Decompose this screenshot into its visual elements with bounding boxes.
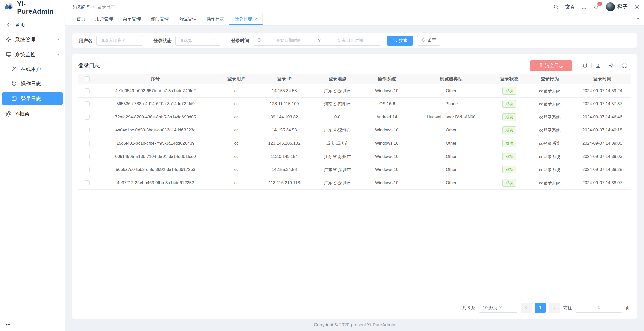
sidebar-item-system-management[interactable]: 系统管理 [0,32,65,47]
tab-user-management[interactable]: 用户管理 [90,13,118,25]
table-row[interactable]: 72afa294-8209-438e-8bb5-3a14dd690d05 cc … [78,111,631,124]
tab-menu-dropdown[interactable] [632,13,644,25]
fullscreen-icon[interactable] [581,4,587,10]
row-checkbox[interactable] [85,141,90,146]
chevron-up-icon [56,52,60,57]
search-form-card: 用户名 登录状态 请选择 登录时间 [72,33,637,48]
app-logo[interactable]: Yi-PureAdmin [0,0,65,15]
column-header-ip: 登录 IP [258,74,311,84]
row-checkbox[interactable] [85,115,90,120]
cell-os: Android 14 [364,111,409,124]
login-time-label: 登录时间 [231,38,249,44]
page-number-button[interactable]: 1 [535,303,546,313]
sidebar-item-yi-framework[interactable]: @ Yi框架 [0,106,65,121]
online-user-icon [11,66,17,72]
select-all-checkbox[interactable] [85,76,90,81]
avatar [606,2,615,11]
tab-home[interactable]: 首页 [72,13,90,25]
page-size-select[interactable]: 10条/页 [479,303,517,313]
cell-ip: 14.155.34.58 [258,124,311,137]
clear-log-button[interactable]: 清空日志 [530,60,572,71]
table-row[interactable]: 00914995-513b-7104-da91-3a14dd61fce0 cc … [78,150,631,163]
tab-menu-management[interactable]: 菜单管理 [118,13,146,25]
login-status-select[interactable]: 请选择 [175,36,220,46]
next-page-button[interactable] [549,303,560,313]
cell-id: 4e37ff12-2fc4-b463-0fbb-3a14dd612252 [96,176,215,189]
tab-login-log[interactable]: 登录日志 × [229,13,263,25]
row-checkbox[interactable] [85,128,90,133]
refresh-table-icon[interactable] [579,63,591,68]
goto-page-input[interactable] [576,303,622,313]
row-checkbox[interactable] [85,88,90,93]
sidebar-item-operation-log[interactable]: 操作日志 [0,76,65,91]
footer: Copyright © 2020-present Yi-PureAdmin [65,319,644,331]
translate-icon[interactable]: 文A [565,3,574,10]
cell-user: cc [215,176,258,189]
collapse-sidebar-icon[interactable] [5,322,11,329]
tab-operation-log[interactable]: 操作日志 [201,13,229,25]
date-range-picker[interactable]: 开始日期时间 至 结束日期时间 [253,36,381,46]
sidebar-item-online-users[interactable]: 在线用户 [0,62,65,76]
monitor-icon [6,51,12,57]
search-icon[interactable] [553,4,559,10]
sidebar-item-label: 操作日志 [21,80,60,87]
cell-behavior: cc登录系统 [526,137,574,150]
username-input[interactable] [96,36,143,46]
row-checkbox[interactable] [85,101,90,106]
cell-browser: Other [409,137,493,150]
table-row[interactable]: 4a04c1bc-0d50-3bde-ca0f-3a14dd63223d cc … [78,124,631,137]
card-header: 登录日志 清空日志 [78,59,631,72]
table-fullscreen-icon[interactable] [618,63,631,68]
column-header-time: 登录时间 [574,74,631,84]
settings-gear-icon[interactable] [634,4,640,10]
table-row[interactable]: 5ff5536c-738b-4d14-620a-3a14dd72fdd9 cc … [78,97,631,111]
clock-icon [257,38,262,44]
row-checkbox[interactable] [85,154,90,159]
cell-user: cc [215,111,258,124]
status-badge: 成功 [502,153,516,160]
end-date-input[interactable]: 结束日期时间 [323,38,378,43]
sidebar-item-label: 系统管理 [15,36,52,43]
cell-os: Windows 10 [364,137,409,150]
username: 橙子 [617,3,628,10]
column-settings-icon[interactable] [605,63,618,68]
cell-browser: Other [409,150,493,163]
cell-os: Windows 10 [364,163,409,176]
sidebar-item-login-log[interactable]: 登录日志 [2,92,63,105]
sidebar-item-label: Yi框架 [15,110,60,117]
sidebar-menu: 首页 系统管理 系统监控 [0,15,65,319]
breadcrumb-item[interactable]: 系统监控 [72,4,90,10]
cell-time: 2024-09-07 14:38:28 [574,163,631,176]
tab-dept-management[interactable]: 部门管理 [146,13,174,25]
sidebar-item-label: 在线用户 [21,66,60,73]
cell-id: 5ff5536c-738b-4d14-620a-3a14dd72fdd9 [96,97,215,111]
tab-bar: 首页 用户管理 菜单管理 部门管理 岗位管理 操作日志 登录日志 × [65,13,644,25]
cell-ip: 39.144.103.82 [258,111,311,124]
table-row[interactable]: 56b6a7e0-fbb2-ef8c-3692-3a14dd6172b3 cc … [78,163,631,176]
column-header-user: 登录用户 [215,74,258,84]
history-icon [11,81,17,87]
notification-bell-icon[interactable]: 7 [593,4,599,10]
column-header-status: 登录状态 [493,74,526,84]
table-row[interactable]: 15d5f402-bc1b-cfbe-7f95-3a14dd620439 cc … [78,137,631,150]
range-separator: 至 [316,38,323,43]
login-status-label: 登录状态 [153,38,172,44]
table-row[interactable]: 4e37ff12-2fc4-b463-0fbb-3a14dd612252 cc … [78,176,631,189]
cell-browser: Other [409,84,493,97]
start-date-input[interactable]: 开始日期时间 [262,38,316,43]
sidebar-item-system-monitor[interactable]: 系统监控 [0,47,65,62]
pagination-total: 共 8 条 [462,305,475,311]
search-button[interactable]: 搜索 [387,36,413,46]
sidebar-item-home[interactable]: 首页 [0,18,65,32]
cell-id: 00914995-513b-7104-da91-3a14dd61fce0 [96,150,215,163]
prev-page-button[interactable] [521,303,532,313]
chevron-down-icon [56,37,60,42]
tab-post-management[interactable]: 岗位管理 [174,13,201,25]
close-icon[interactable]: × [255,16,258,21]
row-checkbox[interactable] [85,167,90,172]
reset-button[interactable]: 重置 [417,36,440,46]
table-row[interactable]: 4e1d0549-b092-657b-aec7-3a14dd749fd2 cc … [78,84,631,97]
row-density-icon[interactable] [592,63,605,68]
row-checkbox[interactable] [85,180,90,185]
user-menu[interactable]: 橙子 [606,2,628,11]
